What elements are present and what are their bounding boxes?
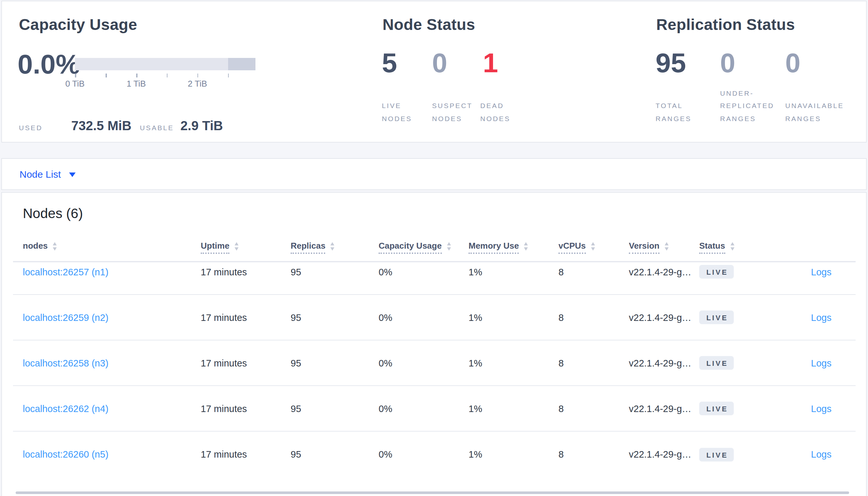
replicas-cell: 95 (290, 266, 379, 277)
node-status-title: Node Status (383, 16, 475, 34)
capacity-usage-bar-usable-segment (75, 58, 228, 70)
capacity-axis-labels: 0 TiB 1 TiB 2 TiB (75, 79, 255, 89)
node-link[interactable]: localhost:26257 (n1) (23, 266, 108, 277)
vcpus-cell: 8 (558, 266, 629, 277)
memory-use-cell: 1% (468, 403, 558, 414)
version-cell: v22.1.4-29-g… (629, 266, 699, 277)
capacity-usage-bar (75, 58, 255, 70)
vcpus-cell: 8 (558, 403, 629, 414)
replicas-cell: 95 (290, 312, 379, 323)
memory-use-cell: 1% (468, 312, 558, 323)
usable-value: 2.9 TiB (180, 119, 223, 134)
capacity-usage-cell: 0% (379, 449, 468, 460)
version-cell: v22.1.4-29-g… (629, 403, 699, 414)
capacity-usage-cell: 0% (379, 266, 468, 277)
table-row: localhost:26257 (n1) 17 minutes 95 0% 1%… (13, 249, 856, 295)
cluster-overview-page: Capacity Usage 0.0% 0 TiB 1 TiB 2 TiB US… (0, 0, 868, 496)
uptime-cell: 17 minutes (201, 312, 290, 323)
capacity-usage-cell: 0% (379, 312, 468, 323)
capacity-used-usable-row: USED 732.5 MiB USABLE 2.9 TiB (19, 119, 223, 134)
suspect-nodes-label: SUSPECT NODES (432, 99, 487, 125)
capacity-axis-ticks (75, 74, 255, 77)
horizontal-scrollbar[interactable] (16, 492, 849, 494)
status-badge: LIVE (699, 310, 734, 324)
used-value: 732.5 MiB (71, 119, 132, 134)
nodes-table-card: Nodes (6) nodes Uptime Replicas Capacity… (1, 192, 867, 496)
replication-status-title: Replication Status (656, 16, 795, 34)
capacity-used-percent: 0.0% (18, 51, 80, 78)
nodes-heading: Nodes (6) (23, 206, 83, 221)
axis-label-1tib: 1 TiB (126, 79, 146, 89)
live-nodes-value: 5 (382, 49, 397, 77)
node-link[interactable]: localhost:26259 (n2) (23, 312, 108, 323)
dead-nodes-label: DEAD NODES (480, 99, 527, 125)
replicas-cell: 95 (290, 449, 379, 460)
vcpus-cell: 8 (558, 358, 629, 368)
under-replicated-ranges-label: UNDER-REPLICATED RANGES (720, 87, 787, 125)
usable-label: USABLE (140, 124, 174, 131)
axis-label-2tib: 2 TiB (188, 79, 207, 89)
suspect-nodes-value: 0 (432, 49, 447, 77)
total-ranges-value: 95 (656, 49, 686, 77)
vcpus-cell: 8 (558, 312, 629, 323)
caret-down-icon (70, 172, 76, 177)
logs-link[interactable]: Logs (811, 312, 832, 323)
status-badge: LIVE (699, 265, 734, 279)
capacity-usage-cell: 0% (379, 403, 468, 414)
uptime-cell: 17 minutes (201, 403, 290, 414)
version-cell: v22.1.4-29-g… (629, 358, 699, 368)
total-ranges-label: TOTAL RANGES (656, 99, 703, 125)
unavailable-ranges-label: UNAVAILABLE RANGES (785, 99, 858, 125)
table-row: localhost:26258 (n3) 17 minutes 95 0% 1%… (13, 340, 856, 386)
uptime-cell: 17 minutes (201, 449, 290, 460)
nodes-table-body: localhost:26257 (n1) 17 minutes 95 0% 1%… (13, 249, 856, 477)
dead-nodes-value: 1 (483, 49, 498, 77)
live-nodes-label: LIVE NODES (382, 99, 425, 125)
logs-link[interactable]: Logs (811, 358, 832, 368)
cluster-summary-card: Capacity Usage 0.0% 0 TiB 1 TiB 2 TiB US… (1, 1, 867, 142)
node-list-dropdown-label: Node List (19, 169, 61, 180)
node-list-dropdown[interactable]: Node List (1, 158, 867, 190)
node-link[interactable]: localhost:26258 (n3) (23, 358, 108, 368)
replicas-cell: 95 (290, 358, 379, 368)
memory-use-cell: 1% (468, 266, 558, 277)
uptime-cell: 17 minutes (201, 358, 290, 368)
status-badge: LIVE (699, 356, 734, 370)
unavailable-ranges-value: 0 (785, 49, 800, 77)
uptime-cell: 17 minutes (201, 266, 290, 277)
capacity-usage-cell: 0% (379, 358, 468, 368)
under-replicated-ranges-value: 0 (720, 49, 735, 77)
version-cell: v22.1.4-29-g… (629, 312, 699, 323)
table-row: localhost:26260 (n5) 17 minutes 95 0% 1%… (13, 432, 856, 477)
vcpus-cell: 8 (558, 449, 629, 460)
status-badge: LIVE (699, 448, 734, 461)
table-row: localhost:26259 (n2) 17 minutes 95 0% 1%… (13, 295, 856, 340)
memory-use-cell: 1% (468, 358, 558, 368)
version-cell: v22.1.4-29-g… (629, 449, 699, 460)
table-row: localhost:26262 (n4) 17 minutes 95 0% 1%… (13, 386, 856, 432)
status-badge: LIVE (699, 402, 734, 415)
replicas-cell: 95 (290, 403, 379, 414)
node-link[interactable]: localhost:26262 (n4) (23, 403, 108, 414)
used-label: USED (19, 124, 43, 131)
logs-link[interactable]: Logs (811, 449, 832, 460)
logs-link[interactable]: Logs (811, 266, 832, 277)
capacity-usage-title: Capacity Usage (19, 16, 137, 34)
node-link[interactable]: localhost:26260 (n5) (23, 449, 108, 460)
memory-use-cell: 1% (468, 449, 558, 460)
axis-label-0tib: 0 TiB (65, 79, 85, 89)
logs-link[interactable]: Logs (811, 403, 832, 414)
